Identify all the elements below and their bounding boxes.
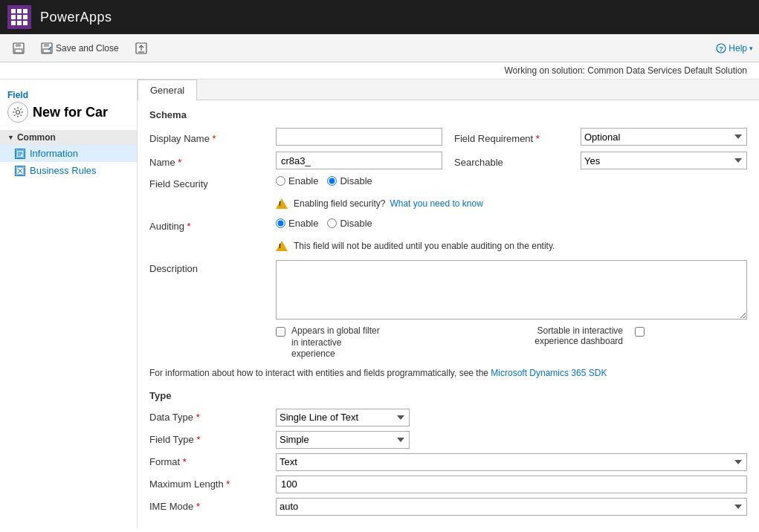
info-link-row: For information about how to interact wi… — [149, 365, 747, 384]
auditing-enable-input[interactable] — [276, 218, 285, 228]
sortable-col: Sortable in interactive experience dashb… — [504, 325, 747, 360]
entity-icon-area: New for Car — [7, 102, 129, 123]
data-type-select[interactable]: Single Line of Text — [276, 409, 410, 426]
sortable-checkbox[interactable] — [635, 327, 645, 337]
field-security-warning-text: Enabling field security? — [294, 198, 385, 209]
entity-label: Field — [7, 90, 129, 100]
field-security-disable-input[interactable] — [327, 176, 337, 186]
searchable-select[interactable]: Yes — [581, 152, 747, 169]
waffle-grid-icon — [11, 9, 28, 25]
ime-mode-label: IME Mode * — [149, 501, 276, 512]
format-select[interactable]: Text — [276, 453, 747, 471]
svg-line-17 — [14, 108, 16, 110]
field-security-enable-radio[interactable]: Enable — [276, 175, 318, 186]
section-label: Common — [17, 132, 56, 143]
auditing-disable-radio[interactable]: Disable — [327, 218, 372, 229]
auditing-warning: This field will not be audited until you… — [149, 238, 747, 254]
tab-general[interactable]: General — [138, 80, 197, 100]
toolbar: Save and Close ? Help ▾ — [0, 34, 759, 62]
save-button[interactable] — [6, 39, 31, 57]
display-name-control[interactable] — [276, 128, 442, 146]
searchable-label: Searchable — [454, 154, 581, 168]
export-button[interactable] — [129, 39, 154, 57]
description-textarea[interactable] — [276, 260, 747, 319]
field-requirement-select[interactable]: Optional — [581, 128, 747, 146]
ime-mode-select[interactable]: auto — [276, 498, 747, 516]
display-name-input[interactable] — [276, 128, 442, 146]
display-name-col: Display Name * — [149, 128, 442, 146]
svg-line-19 — [20, 108, 22, 110]
display-name-required: * — [213, 133, 216, 144]
gear-icon — [12, 106, 24, 118]
sdk-link[interactable]: Microsoft Dynamics 365 SDK — [491, 368, 607, 378]
description-label: Description — [149, 260, 276, 274]
save-and-close-button[interactable]: Save and Close — [34, 39, 126, 57]
tab-general-label: General — [150, 85, 184, 96]
ime-mode-required: * — [196, 501, 200, 512]
auditing-row: Auditing * Enable Disable — [149, 218, 747, 232]
field-security-warning-icon — [276, 198, 288, 209]
information-icon — [15, 149, 25, 159]
help-button[interactable]: ? Help ▾ — [716, 43, 753, 53]
auditing-warning-text: This field will not be audited until you… — [294, 241, 555, 251]
business-rules-icon — [15, 166, 25, 176]
save-and-close-label: Save and Close — [56, 43, 119, 53]
auditing-warning-icon — [276, 241, 288, 251]
auditing-disable-input[interactable] — [327, 218, 337, 228]
name-input[interactable] — [276, 152, 442, 169]
sidebar: Field — [0, 80, 138, 528]
svg-rect-1 — [16, 43, 21, 47]
data-type-label: Data Type * — [149, 412, 276, 423]
data-type-row: Data Type * Single Line of Text — [149, 409, 747, 426]
waffle-menu[interactable] — [7, 5, 31, 29]
format-control: Text — [276, 453, 747, 471]
save-icon — [13, 42, 25, 54]
export-icon — [135, 42, 147, 54]
format-label: Format * — [149, 456, 276, 467]
format-row: Format * Text — [149, 453, 747, 471]
field-type-row: Field Type * Simple — [149, 431, 747, 449]
auditing-enable-radio[interactable]: Enable — [276, 218, 318, 229]
field-requirement-control: Optional — [581, 128, 747, 146]
max-length-required: * — [226, 479, 230, 490]
max-length-control — [276, 476, 747, 493]
auditing-enable-label: Enable — [288, 218, 318, 229]
checkbox-spacer — [149, 325, 276, 360]
field-security-warning: Enabling field security? What you need t… — [149, 195, 747, 212]
field-security-enable-label: Enable — [288, 175, 318, 186]
svg-line-20 — [14, 114, 16, 116]
auditing-control: Enable Disable — [276, 218, 747, 229]
help-label: Help — [729, 43, 747, 53]
checkbox-row: Appears in global filter in interactive … — [149, 325, 747, 360]
name-col: Name * — [149, 152, 442, 169]
field-type-required: * — [196, 434, 200, 445]
description-row: Description — [149, 260, 747, 319]
svg-rect-2 — [15, 49, 22, 53]
sidebar-item-business-rules-label: Business Rules — [30, 165, 97, 176]
searchable-col: Searchable Yes — [442, 152, 747, 169]
global-filter-col: Appears in global filter in interactive … — [276, 325, 504, 360]
sidebar-item-business-rules[interactable]: Business Rules — [0, 162, 137, 179]
sidebar-item-information[interactable]: Information — [0, 145, 137, 162]
field-security-label: Field Security — [149, 175, 276, 189]
svg-text:?: ? — [720, 45, 724, 53]
sortable-text: Sortable in interactive experience dashb… — [519, 325, 623, 346]
name-required: * — [178, 157, 181, 168]
name-control[interactable] — [276, 152, 442, 169]
field-security-enable-input[interactable] — [276, 176, 285, 186]
type-section-title: Type — [149, 390, 747, 401]
top-bar: PowerApps — [0, 0, 759, 34]
field-requirement-col: Field Requirement * Optional — [442, 128, 747, 146]
help-dropdown-icon: ▾ — [749, 45, 753, 52]
help-icon: ? — [716, 43, 726, 53]
tab-bar: General — [138, 80, 759, 100]
what-you-need-to-know-link[interactable]: What you need to know — [390, 198, 482, 209]
field-security-disable-radio[interactable]: Disable — [327, 175, 372, 186]
form-content: Schema Display Name * Field Requirement … — [138, 100, 759, 528]
field-type-select[interactable]: Simple — [276, 431, 410, 449]
global-filter-checkbox[interactable] — [276, 327, 285, 337]
max-length-row: Maximum Length * — [149, 476, 747, 493]
svg-rect-5 — [43, 49, 51, 53]
max-length-input[interactable] — [276, 476, 747, 493]
field-security-radio-group: Enable Disable — [276, 175, 372, 186]
